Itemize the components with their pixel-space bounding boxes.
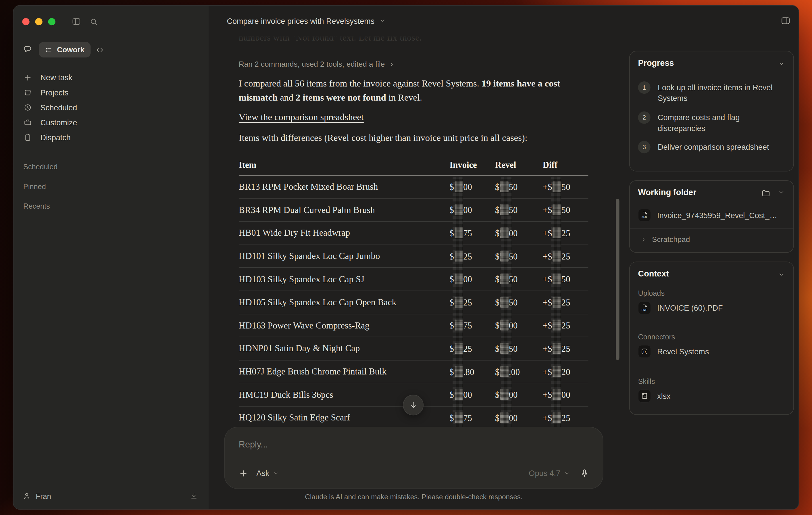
- cowork-mode-button[interactable]: Cowork: [39, 42, 91, 57]
- redacted-digits: [500, 296, 508, 308]
- sidebar-item-customize[interactable]: Customize: [13, 115, 209, 130]
- scratchpad-toggle[interactable]: Scratchpad: [640, 235, 690, 244]
- ask-mode-dropdown[interactable]: Ask: [256, 469, 279, 478]
- table-row: HD163 Power Wave Compress-Rag$75$00+$25: [239, 314, 588, 337]
- chevron-down-icon[interactable]: [778, 189, 785, 198]
- xls-file-icon: XLS: [638, 209, 651, 222]
- minimize-button[interactable]: [35, 18, 42, 25]
- step-text: Look up all invoice items in Revel Syste…: [658, 82, 774, 104]
- step-text: Deliver comparison spreadsheet: [658, 141, 774, 153]
- diff-price: +$50: [543, 181, 588, 193]
- invoice-price: $75: [450, 320, 495, 331]
- context-item-uploads[interactable]: PDFINVOICE (60).PDF: [638, 302, 723, 314]
- item-name: HD101 Silky Spandex Loc Cap Jumbo: [239, 251, 450, 261]
- revel-price: $50: [495, 296, 543, 308]
- table-intro: Items with differences (Revel cost highe…: [239, 133, 527, 143]
- step-number: 1: [638, 81, 650, 94]
- chevron-right-icon: [388, 61, 395, 67]
- search-icon[interactable]: [89, 17, 98, 26]
- code-icon[interactable]: [95, 46, 104, 54]
- conversation-title-button[interactable]: Compare invoice prices with Revelsystems: [227, 17, 386, 25]
- working-folder-title: Working folder: [638, 188, 696, 197]
- folder-icon[interactable]: [761, 189, 770, 198]
- scrollbar-thumb[interactable]: [616, 199, 619, 360]
- right-panel-toggle-icon[interactable]: [780, 16, 791, 26]
- checklist-icon: [45, 46, 53, 54]
- step-text: Compare costs and flag discrepancies: [658, 112, 774, 133]
- download-icon[interactable]: [190, 491, 199, 500]
- redacted-digits: [553, 181, 561, 192]
- tool-summary-button[interactable]: Ran 2 commands, used 2 tools, edited a f…: [239, 60, 395, 68]
- sidebar-section-scheduled[interactable]: Scheduled: [13, 163, 209, 171]
- diff-price: +$50: [543, 204, 588, 216]
- chevron-down-icon[interactable]: [778, 60, 785, 67]
- sidebar-nav: New taskProjectsScheduledCustomizeDispat…: [13, 70, 209, 145]
- context-card: Context UploadsPDFINVOICE (60).PDFConnec…: [629, 261, 794, 415]
- table-body: BR13 RPM Pocket Mixed Boar Brush$00$50+$…: [239, 176, 588, 430]
- invoice-price: $00: [450, 389, 495, 401]
- working-file-row[interactable]: XLS Invoice_97435959_Revel_Cost_…: [638, 209, 777, 222]
- revel-price: $00: [495, 227, 543, 239]
- close-button[interactable]: [22, 18, 29, 25]
- redacted-digits: [455, 181, 463, 192]
- sidebar-section-pinned[interactable]: Pinned: [13, 182, 209, 191]
- item-name: HB01 Wide Dry Fit Headwrap: [239, 228, 450, 238]
- item-name: BR34 RPM Dual Curved Palm Brush: [239, 205, 450, 216]
- chevron-down-icon[interactable]: [778, 271, 785, 278]
- redacted-digits: [455, 204, 463, 215]
- context-item-connectors[interactable]: RRevel Systems: [638, 345, 709, 358]
- item-name: HDNP01 Satin Day & Night Cap: [239, 343, 450, 354]
- revel-price: $00: [495, 412, 543, 424]
- sidebar-item-dispatch[interactable]: Dispatch: [13, 130, 209, 145]
- microphone-icon[interactable]: [580, 468, 589, 478]
- revel-price: $50: [495, 274, 543, 285]
- item-name: HD163 Power Wave Compress-Rag: [239, 320, 450, 331]
- user-icon: [22, 491, 31, 500]
- pdf-file-icon: PDF: [638, 302, 651, 314]
- redacted-digits: [500, 274, 508, 285]
- col-invoice: Invoice: [450, 160, 495, 170]
- user-name[interactable]: Fran: [36, 492, 51, 500]
- zoom-button[interactable]: [48, 18, 55, 25]
- sidebar-item-projects[interactable]: Projects: [13, 85, 209, 100]
- composer-toolbar: Ask Opus 4.7: [239, 468, 589, 478]
- redacted-digits: [553, 343, 561, 354]
- context-label-skills: Skills: [638, 377, 655, 385]
- clipboard-icon: [23, 133, 32, 142]
- item-name: HD103 Silky Spandex Loc Cap SJ: [239, 274, 450, 285]
- chat-icon[interactable]: [22, 44, 33, 55]
- scratchpad-label: Scratchpad: [652, 235, 690, 244]
- context-item-skills[interactable]: xlsx: [638, 390, 670, 402]
- revel-price: $.00: [495, 366, 543, 377]
- sidebar-item-new-task[interactable]: New task: [13, 70, 209, 85]
- sidebar-item-scheduled[interactable]: Scheduled: [13, 100, 209, 115]
- diff-price: +$25: [543, 227, 588, 239]
- spreadsheet-link[interactable]: View the comparison spreadsheet: [239, 112, 364, 123]
- redacted-digits: [455, 412, 463, 423]
- app-window: Cowork New taskProjectsScheduledCustomiz…: [13, 5, 799, 510]
- briefcase-icon: [23, 118, 32, 127]
- invoice-price: $00: [450, 274, 495, 285]
- revel-price: $50: [495, 251, 543, 262]
- redacted-digits: [455, 227, 463, 238]
- model-selector[interactable]: Opus 4.7: [529, 469, 570, 478]
- sidebar-section-recents[interactable]: Recents: [13, 202, 209, 210]
- redacted-digits: [500, 181, 508, 192]
- scroll-to-bottom-button[interactable]: [403, 395, 424, 415]
- invoice-price: $00: [450, 204, 495, 216]
- sidebar-toggle-icon[interactable]: [71, 17, 81, 26]
- redacted-digits: [553, 389, 561, 400]
- progress-step-2: 2Compare costs and flag discrepancies: [638, 111, 774, 133]
- revel-price: $50: [495, 181, 543, 193]
- box-icon: [23, 88, 32, 97]
- table-row: BR34 RPM Dual Curved Palm Brush$00$50+$5…: [239, 199, 588, 222]
- mode-switcher: Cowork: [22, 42, 209, 57]
- redacted-digits: [553, 320, 561, 331]
- diff-price: +$00: [543, 389, 588, 401]
- sidebar-spacer: [13, 222, 209, 491]
- reply-input[interactable]: [239, 440, 498, 450]
- attach-plus-icon[interactable]: [239, 468, 248, 478]
- arrow-down-icon: [409, 400, 418, 409]
- clock-icon: [23, 103, 32, 112]
- redacted-digits: [500, 343, 508, 354]
